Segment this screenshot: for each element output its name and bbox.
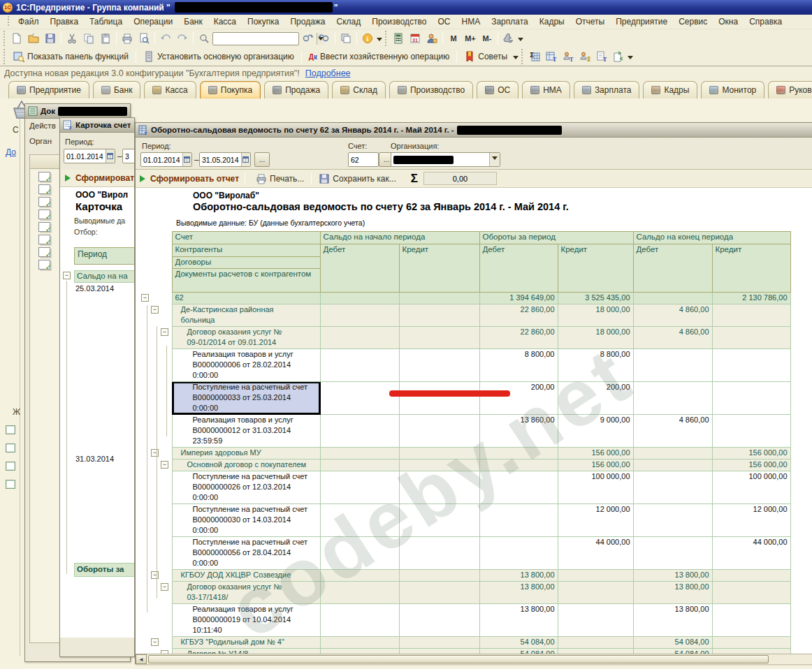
tab-предприятие[interactable]: Предприятие xyxy=(8,81,89,98)
cell-nach-k[interactable] xyxy=(399,293,479,304)
collapse-toggle[interactable]: − xyxy=(151,571,159,579)
cell-ob-k[interactable] xyxy=(558,604,633,637)
cell-kon-d[interactable]: 4 860,00 xyxy=(633,304,712,327)
document-check-icon[interactable]: ✓ xyxy=(38,197,50,207)
table-settings-button[interactable]: T xyxy=(543,49,560,64)
table-row[interactable]: −Основной договор с покупателем156 000,0… xyxy=(136,460,790,471)
menu-item-окна[interactable]: Окна xyxy=(713,15,744,28)
tab-касса[interactable]: Касса xyxy=(144,81,196,98)
titlebar[interactable]: 1С 1С:Предприятие - Группа компаний " " xyxy=(0,0,812,15)
undo-button[interactable] xyxy=(157,31,174,46)
col-header-credit[interactable]: Кредит xyxy=(712,244,790,293)
row-label[interactable]: Поступление на расчетный счетВ0000000033… xyxy=(172,382,320,415)
documents-link[interactable]: До xyxy=(6,147,16,157)
collapse-toggle[interactable]: − xyxy=(161,583,168,591)
cell-nach-d[interactable] xyxy=(320,604,399,637)
menu-item-касса[interactable]: Касса xyxy=(208,15,242,28)
table-row[interactable]: Реализация товаров и услугВ0000000006 от… xyxy=(136,349,790,382)
cell-kon-k[interactable] xyxy=(712,327,790,349)
table-row[interactable]: −Де-Кастринская районнаябольница22 860,0… xyxy=(136,304,790,327)
document-check-icon[interactable]: ✓ xyxy=(38,222,50,232)
cell-nach-k[interactable] xyxy=(399,448,479,460)
row-label[interactable]: Империя здоровья МУ xyxy=(172,448,320,460)
row-label[interactable]: Реализация товаров и услугВ0000000012 от… xyxy=(172,415,320,448)
find-next-button[interactable] xyxy=(299,31,316,46)
find-previous-button[interactable] xyxy=(316,31,333,46)
cell-nach-k[interactable] xyxy=(399,382,479,415)
toolbar-drag-handle[interactable] xyxy=(3,49,6,64)
journal-icon[interactable] xyxy=(6,462,15,471)
cell-nach-k[interactable] xyxy=(399,537,479,570)
row-label[interactable]: Договор оказания услуг №03-17/1418/ xyxy=(172,582,320,604)
card-saldo-row[interactable]: Сальдо на на xyxy=(74,270,135,283)
period-more-button[interactable]: ... xyxy=(254,152,270,167)
menu-item-таблица[interactable]: Таблица xyxy=(84,15,128,28)
menu-item-сервис[interactable]: Сервис xyxy=(673,15,713,28)
col-header-credit[interactable]: Кредит xyxy=(399,244,479,293)
tab-производство[interactable]: Производство xyxy=(389,81,473,98)
cell-kon-k[interactable] xyxy=(712,304,790,327)
cell-nach-d[interactable] xyxy=(320,637,399,649)
cell-kon-d[interactable]: 13 800,00 xyxy=(633,604,712,637)
sum-table-button[interactable]: Σ xyxy=(526,49,543,64)
col-header-counterparties[interactable]: Контрагенты xyxy=(172,244,320,257)
copy-button[interactable] xyxy=(80,31,97,46)
collapse-toggle[interactable]: − xyxy=(151,638,159,646)
print-button[interactable] xyxy=(119,31,136,46)
cell-ob-k[interactable]: 12 000,00 xyxy=(558,504,633,537)
cell-ob-k[interactable] xyxy=(558,637,633,649)
cell-kon-d[interactable] xyxy=(633,504,712,537)
col-header-account[interactable]: Счет xyxy=(172,232,320,244)
document-check-icon[interactable]: ✓ xyxy=(38,260,50,270)
menu-item-справка[interactable]: Справка xyxy=(744,15,788,28)
collapse-toggle[interactable]: − xyxy=(151,449,159,457)
scroll-left-button[interactable]: ◄ xyxy=(136,654,147,664)
cell-nach-d[interactable] xyxy=(320,504,399,537)
windows-list-button[interactable] xyxy=(338,31,354,46)
chevron-down-icon[interactable] xyxy=(628,56,633,62)
cell-nach-k[interactable] xyxy=(399,604,479,637)
row-label[interactable]: Реализация товаров и услугВ0000000006 от… xyxy=(172,349,320,382)
cell-kon-d[interactable]: 54 084,00 xyxy=(633,637,712,649)
settings-wrench-button[interactable] xyxy=(500,31,517,46)
document-check-icon[interactable]: ✓ xyxy=(38,209,50,219)
account-card-titlebar[interactable]: T Карточка счет xyxy=(60,118,134,133)
cell-ob-k[interactable]: 200,00 xyxy=(558,382,633,415)
cell-nach-k[interactable] xyxy=(399,304,479,327)
cell-nach-k[interactable] xyxy=(399,637,479,649)
tab-монитор[interactable]: Монитор xyxy=(701,81,764,98)
find-button[interactable] xyxy=(196,31,212,46)
menu-item-предприятие[interactable]: Предприятие xyxy=(610,15,673,28)
table-row[interactable]: −Империя здоровья МУ156 000,00156 000,00 xyxy=(136,448,790,460)
cell-kon-k[interactable] xyxy=(712,582,790,604)
cell-nach-k[interactable] xyxy=(399,471,479,504)
cell-ob-k[interactable]: 100 000,00 xyxy=(558,471,633,504)
cell-kon-k[interactable] xyxy=(712,415,790,448)
cell-kon-d[interactable] xyxy=(633,537,712,570)
cell-nach-k[interactable] xyxy=(399,649,479,654)
open-button[interactable] xyxy=(25,31,42,46)
generate-report-button[interactable]: Сформировать отчет xyxy=(150,174,239,184)
journal-icon[interactable] xyxy=(6,480,15,489)
cell-ob-d[interactable]: 13 860,00 xyxy=(479,415,558,448)
menu-item-производство[interactable]: Производство xyxy=(366,15,432,28)
row-label[interactable]: КГБОУ ДОД ХКЦВР Созвездие xyxy=(172,570,320,582)
card-date-1[interactable]: 25.03.2014 xyxy=(75,284,114,293)
cell-nach-k[interactable] xyxy=(399,582,479,604)
save-button[interactable] xyxy=(42,31,59,46)
menu-item-кадры[interactable]: Кадры xyxy=(534,15,570,28)
cell-ob-d[interactable]: 13 800,00 xyxy=(479,570,558,582)
sum-sigma-icon[interactable]: Σ xyxy=(411,172,418,186)
cell-ob-d[interactable]: 1 394 649,00 xyxy=(479,293,558,304)
tab-руководителю[interactable]: Руководителю xyxy=(768,81,812,98)
cell-kon-k[interactable] xyxy=(712,649,790,654)
row-label[interactable]: Договор оказания услуг №09-01/2014 от 09… xyxy=(172,327,320,349)
collapse-toggle[interactable]: − xyxy=(141,294,149,302)
document-check-icon[interactable]: ✓ xyxy=(38,172,50,182)
redo-button[interactable] xyxy=(174,31,191,46)
cell-kon-k[interactable]: 156 000,00 xyxy=(712,460,790,471)
journal-icon[interactable] xyxy=(6,443,15,453)
cell-nach-d[interactable] xyxy=(320,582,399,604)
cell-ob-d[interactable] xyxy=(479,471,558,504)
menu-item-файл[interactable]: Файл xyxy=(13,15,45,28)
